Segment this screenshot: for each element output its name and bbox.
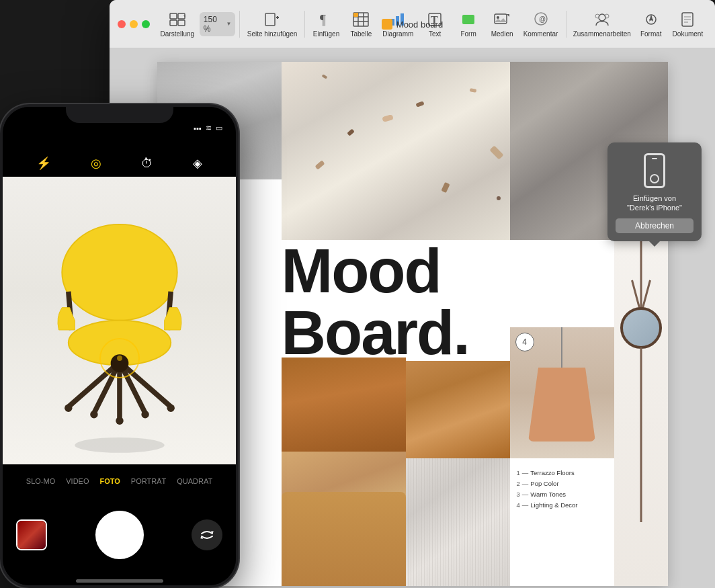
mood-title: Mood Board. [282,240,469,364]
mode-portraet[interactable]: PORTRÄT [131,477,166,485]
insert-tooltip: Einfügen von "Derek's iPhone" Abbrechen [607,142,702,241]
timer-icon[interactable]: ⏱ [141,157,153,171]
diagramm-label: Diagramm [382,30,413,38]
svg-point-48 [141,411,149,418]
zoom-value: 150 % [204,15,224,34]
medien-icon [493,10,511,29]
page-number-4: 4 [515,333,534,351]
diagramm-icon [388,10,407,29]
home-bar [76,579,163,583]
window-controls [118,20,150,28]
maximize-button[interactable] [142,20,150,28]
seite-hinzufuegen-label: Seite hinzufügen [247,30,298,38]
einfuegen-icon: ¶ [317,10,335,29]
mode-video[interactable]: VIDEO [66,477,89,485]
flip-camera-button[interactable] [192,519,222,550]
mode-slo-mo[interactable]: SLO-MO [26,477,55,485]
mode-foto[interactable]: FOTO [99,477,120,485]
svg-rect-2 [170,20,177,26]
svg-point-27 [599,14,605,21]
iphone-notch [66,104,173,123]
mode-quadrat[interactable]: QUADRAT [177,477,212,485]
svg-rect-5 [265,13,275,26]
toolbar-zusammenarbeiten[interactable]: Zusammenarbeiten [571,7,634,40]
einfuegen-label: Einfügen [313,30,339,38]
flip-icon [199,528,215,542]
format-label: Format [640,30,662,38]
toolbar-darstellung[interactable]: Darstellung [157,7,198,40]
img-fur-rug [406,458,510,586]
toolbar-text[interactable]: T Text [419,7,451,40]
img-terrazzo [282,62,510,240]
svg-rect-14 [353,13,358,17]
img-mirror [614,240,668,586]
wifi-icon: ≋ [206,124,212,132]
flash-icon[interactable]: ⚡ [36,156,51,171]
live-photo-icon[interactable]: ◎ [91,156,101,171]
toolbar-dokument[interactable]: Dokument [669,7,707,40]
toolbar-medien[interactable]: Medien [486,7,518,40]
toolbar-zoomen[interactable]: 150 % ▼ [200,12,236,36]
tooltip-cancel-button[interactable]: Abbrechen [616,218,693,233]
svg-point-51 [75,437,164,453]
img-wood2 [406,361,510,458]
iphone: ▪▪▪ ≋ ▭ ⚡ ◎ ⏱ ◈ [0,104,239,588]
svg-rect-1 [178,13,185,19]
list-item: 3—Warm Tones [517,489,607,500]
svg-rect-17 [401,13,404,26]
svg-rect-15 [391,19,394,26]
zusammenarbeiten-icon [593,10,612,29]
tabelle-label: Tabelle [351,30,372,38]
medien-label: Medien [491,30,513,38]
chair-image [26,196,214,464]
close-button[interactable] [118,20,126,28]
separator-2 [304,11,305,38]
camera-top-bar: ⚡ ◎ ⏱ ◈ [3,136,236,177]
toolbar-einfuegen[interactable]: ¶ Einfügen [309,7,344,40]
focus-indicator [99,338,140,378]
svg-rect-3 [178,20,185,26]
camera-bottom: SLO-MO VIDEO FOTO PORTRÄT QUADRAT [3,464,236,585]
toolbar-tabelle[interactable]: Tabelle [345,7,377,40]
photo-thumbnail[interactable] [16,519,47,550]
zoom-arrow-icon: ▼ [226,21,231,27]
svg-rect-16 [396,16,399,26]
toolbar-diagramm[interactable]: Diagramm [378,7,417,40]
zusammenarbeiten-label: Zusammenarbeiten [573,30,631,38]
toolbar-kommentar[interactable]: @ Kommentar [519,7,562,40]
shutter-button[interactable] [95,511,144,559]
darstellung-icon [168,10,187,29]
camera-controls [16,511,222,559]
list-items: 1—Terrazzo Floors2—Pop Color3—Warm Tones… [517,468,607,511]
img-sofa [282,452,406,586]
toolbar-format[interactable]: Format [635,7,667,40]
svg-rect-0 [170,13,177,19]
kommentar-icon: @ [532,10,550,29]
darstellung-label: Darstellung [161,30,195,38]
camera-viewfinder [3,177,236,464]
list-item: 4—Lighting & Decor [517,500,607,511]
separator-1 [239,11,240,38]
tooltip-title: Einfügen von "Derek's iPhone" [627,194,682,213]
toolbar-form[interactable]: Form [452,7,485,40]
kommentar-label: Kommentar [523,30,558,38]
form-icon [459,10,478,29]
toolbar-seite-hinzufuegen[interactable]: Seite hinzufügen [244,7,300,40]
aspect-ratio-icon[interactable]: ◈ [193,156,202,171]
text-label: Text [429,30,441,38]
svg-text:@: @ [539,15,546,23]
svg-text:¶: ¶ [320,12,326,27]
svg-point-49 [116,417,123,425]
iphone-screen: ▪▪▪ ≋ ▭ ⚡ ◎ ⏱ ◈ [3,107,236,585]
format-icon [642,10,661,29]
dokument-icon [678,10,697,29]
dokument-label: Dokument [673,30,704,38]
status-icons: ▪▪▪ ≋ ▭ [194,124,222,132]
list-area: 1—Terrazzo Floors2—Pop Color3—Warm Tones… [510,458,614,586]
svg-point-46 [167,404,174,411]
minimize-button[interactable] [130,20,138,28]
text-icon: T [425,10,444,29]
battery-icon: ▭ [216,124,222,132]
form-label: Form [460,30,476,38]
svg-point-36 [62,224,177,321]
